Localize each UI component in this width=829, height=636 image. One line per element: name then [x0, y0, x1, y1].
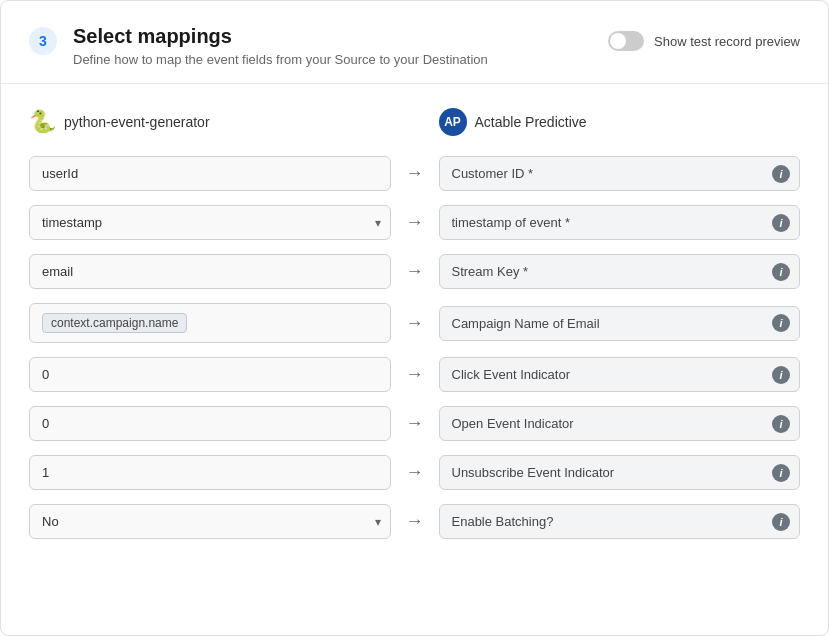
header-text: Select mappings Define how to map the ev… [73, 25, 488, 67]
page-container: 3 Select mappings Define how to map the … [0, 0, 829, 636]
dest-input-6 [439, 455, 801, 490]
actable-icon: AP [439, 108, 467, 136]
source-field-5 [29, 406, 391, 441]
source-tag-3: context.campaign.name [42, 313, 187, 333]
dest-input-0 [439, 156, 801, 191]
dest-field-4: i [439, 357, 801, 392]
source-select-7[interactable]: No [29, 504, 391, 539]
source-field-3: context.campaign.name [29, 303, 391, 343]
dest-header: AP Actable Predictive [439, 108, 801, 136]
info-button-3[interactable]: i [772, 314, 790, 332]
dest-field-3: i [439, 306, 801, 341]
mapping-row: context.campaign.name → i [29, 303, 800, 343]
mapping-row: → i [29, 357, 800, 392]
source-select-1[interactable]: timestamp [29, 205, 391, 240]
dest-field-5: i [439, 406, 801, 441]
source-header: 🐍 python-event-generator [29, 109, 391, 135]
header: 3 Select mappings Define how to map the … [1, 1, 828, 84]
source-field-6 [29, 455, 391, 490]
mapping-arrow-0: → [399, 163, 431, 184]
mapping-row: → i [29, 254, 800, 289]
page-subtitle: Define how to map the event fields from … [73, 52, 488, 67]
dest-input-1 [439, 205, 801, 240]
source-name: python-event-generator [64, 114, 210, 130]
mapping-arrow-4: → [399, 364, 431, 385]
mapping-rows: → i timestamp → i → [29, 156, 800, 539]
mapping-row: → i [29, 156, 800, 191]
info-button-2[interactable]: i [772, 263, 790, 281]
python-icon: 🐍 [29, 109, 56, 135]
dest-input-7 [439, 504, 801, 539]
source-input-2[interactable] [29, 254, 391, 289]
info-button-7[interactable]: i [772, 513, 790, 531]
step-badge: 3 [29, 27, 57, 55]
columns-header: 🐍 python-event-generator AP Actable Pred… [29, 108, 800, 136]
dest-field-1: i [439, 205, 801, 240]
mapping-arrow-1: → [399, 212, 431, 233]
content-area: 🐍 python-event-generator AP Actable Pred… [1, 84, 828, 577]
dest-input-3 [439, 306, 801, 341]
mapping-arrow-3: → [399, 313, 431, 334]
mapping-arrow-7: → [399, 511, 431, 532]
dest-field-2: i [439, 254, 801, 289]
source-input-5[interactable] [29, 406, 391, 441]
source-input-6[interactable] [29, 455, 391, 490]
header-right: Show test record preview [608, 31, 800, 51]
mapping-arrow-2: → [399, 261, 431, 282]
info-button-6[interactable]: i [772, 464, 790, 482]
source-tag-field-3: context.campaign.name [29, 303, 391, 343]
test-record-toggle[interactable] [608, 31, 644, 51]
source-input-4[interactable] [29, 357, 391, 392]
source-field-4 [29, 357, 391, 392]
mapping-arrow-6: → [399, 462, 431, 483]
dest-input-5 [439, 406, 801, 441]
dest-input-2 [439, 254, 801, 289]
info-button-1[interactable]: i [772, 214, 790, 232]
page-title: Select mappings [73, 25, 488, 48]
dest-name: Actable Predictive [475, 114, 587, 130]
source-field-0 [29, 156, 391, 191]
dest-field-7: i [439, 504, 801, 539]
dest-input-4 [439, 357, 801, 392]
toggle-label: Show test record preview [654, 34, 800, 49]
mapping-row: No → i [29, 504, 800, 539]
info-button-4[interactable]: i [772, 366, 790, 384]
info-button-0[interactable]: i [772, 165, 790, 183]
header-left: 3 Select mappings Define how to map the … [29, 25, 488, 67]
source-field-2 [29, 254, 391, 289]
info-button-5[interactable]: i [772, 415, 790, 433]
mapping-row: → i [29, 406, 800, 441]
source-select-wrapper-1: timestamp [29, 205, 391, 240]
source-input-0[interactable] [29, 156, 391, 191]
source-select-wrapper-7: No [29, 504, 391, 539]
dest-field-6: i [439, 455, 801, 490]
mapping-row: → i [29, 455, 800, 490]
dest-field-0: i [439, 156, 801, 191]
mapping-row: timestamp → i [29, 205, 800, 240]
mapping-arrow-5: → [399, 413, 431, 434]
